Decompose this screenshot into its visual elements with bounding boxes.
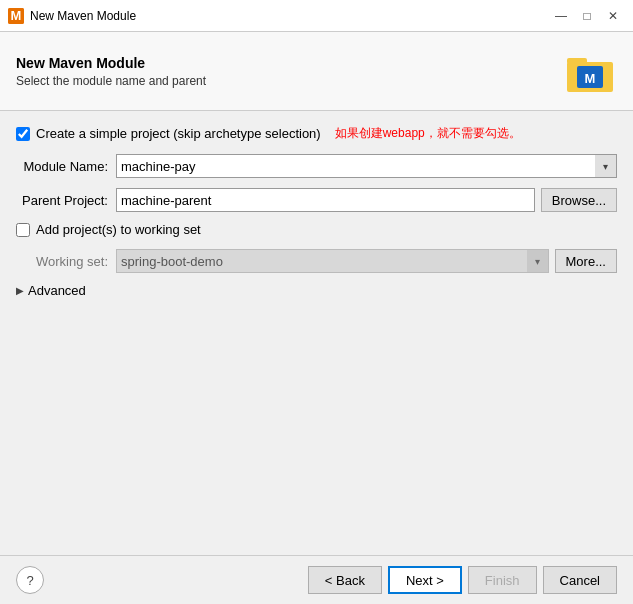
dialog-footer: ? < Back Next > Finish Cancel — [0, 555, 633, 604]
module-name-label: Module Name: — [16, 159, 116, 174]
more-button[interactable]: More... — [555, 249, 617, 273]
working-set-dropdown-arrow[interactable]: ▾ — [527, 249, 549, 273]
title-bar: M New Maven Module — □ ✕ — [0, 0, 633, 32]
svg-text:M: M — [11, 8, 22, 23]
back-button[interactable]: < Back — [308, 566, 382, 594]
maven-icon: M — [563, 44, 617, 98]
parent-project-row: Parent Project: Browse... — [16, 188, 617, 212]
working-set-field-label: Working set: — [16, 254, 116, 269]
simple-project-checkbox[interactable] — [16, 127, 30, 141]
working-set-row: Working set: spring-boot-demo ▾ More... — [16, 249, 617, 273]
advanced-arrow-icon: ▶ — [16, 285, 24, 296]
close-button[interactable]: ✕ — [601, 6, 625, 26]
module-name-row: Module Name: ▾ — [16, 154, 617, 178]
maven-icon-container: M — [563, 44, 617, 98]
advanced-label: Advanced — [28, 283, 86, 298]
window-controls: — □ ✕ — [549, 6, 625, 26]
simple-project-annotation: 如果创建webapp，就不需要勾选。 — [335, 125, 521, 142]
maximize-button[interactable]: □ — [575, 6, 599, 26]
parent-project-input[interactable] — [116, 188, 535, 212]
module-name-input[interactable] — [116, 154, 617, 178]
footer-buttons: < Back Next > Finish Cancel — [44, 566, 617, 594]
help-button[interactable]: ? — [16, 566, 44, 594]
app-icon: M — [8, 8, 24, 24]
working-set-checkbox[interactable] — [16, 223, 30, 237]
minimize-button[interactable]: — — [549, 6, 573, 26]
advanced-row[interactable]: ▶ Advanced — [16, 283, 617, 298]
cancel-button[interactable]: Cancel — [543, 566, 617, 594]
header-text: New Maven Module Select the module name … — [16, 55, 563, 88]
svg-rect-3 — [567, 58, 587, 64]
module-name-input-wrapper: ▾ — [116, 154, 617, 178]
svg-text:M: M — [585, 71, 596, 86]
window-title: New Maven Module — [30, 9, 549, 23]
parent-project-input-wrapper: Browse... — [116, 188, 617, 212]
finish-button[interactable]: Finish — [468, 566, 537, 594]
simple-project-label[interactable]: Create a simple project (skip archetype … — [36, 126, 321, 141]
working-set-input-wrapper: spring-boot-demo ▾ More... — [116, 249, 617, 273]
working-set-checkbox-row: Add project(s) to working set — [16, 222, 617, 237]
working-set-select[interactable]: spring-boot-demo — [116, 249, 549, 273]
dialog-subtitle: Select the module name and parent — [16, 74, 563, 88]
module-name-dropdown-wrapper: ▾ — [116, 154, 617, 178]
dialog-body: Create a simple project (skip archetype … — [0, 111, 633, 555]
working-set-label[interactable]: Add project(s) to working set — [36, 222, 201, 237]
parent-project-label: Parent Project: — [16, 193, 116, 208]
dialog-title: New Maven Module — [16, 55, 563, 71]
browse-button[interactable]: Browse... — [541, 188, 617, 212]
working-set-dropdown-wrapper: spring-boot-demo ▾ — [116, 249, 549, 273]
next-button[interactable]: Next > — [388, 566, 462, 594]
dialog-header: New Maven Module Select the module name … — [0, 32, 633, 111]
simple-project-row: Create a simple project (skip archetype … — [16, 125, 617, 142]
